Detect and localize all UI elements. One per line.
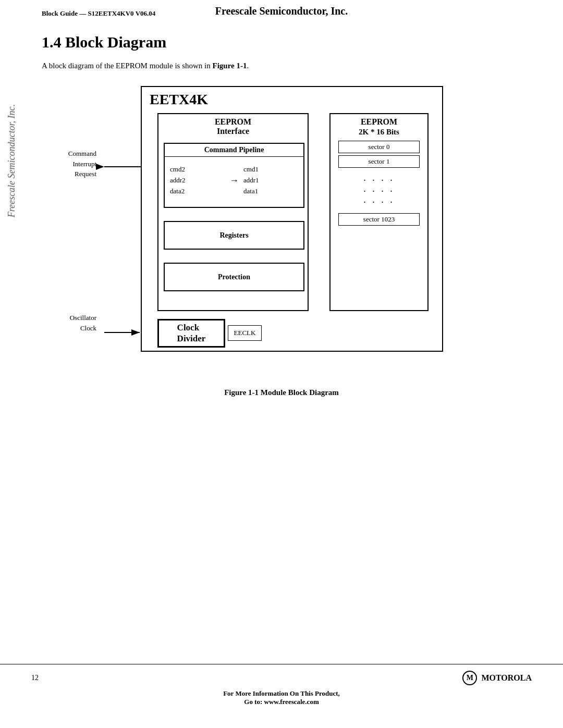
sector-1-box: sector 1 [338, 155, 420, 168]
eeprom-memory-box: EEPROM 2K * 16 Bits sector 0 sector 1 · … [329, 113, 429, 311]
motorola-label: MOTOROLA [481, 673, 532, 683]
protection-box: Protection [164, 263, 304, 291]
diagram-container: CommandInterruptRequest OscillatorClock … [42, 86, 521, 378]
diagram-wrapper: CommandInterruptRequest OscillatorClock … [99, 86, 464, 378]
eeprom-interface-title: EEPROM Interface [158, 114, 308, 139]
cmd-pipeline-title: Command Pipeline [165, 144, 303, 157]
intro-paragraph: A block diagram of the EEPROM module is … [42, 61, 521, 70]
motorola-circle-icon: M [462, 671, 477, 685]
eeclk-box: EECLK [228, 325, 262, 341]
footer-bottom: For More Information On This Product, Go… [31, 689, 532, 706]
cmd-pipeline-inner: cmd2addr2data2 → cmd1addr1data1 [165, 157, 303, 204]
pipeline-arrow: → [229, 175, 239, 186]
eetx4k-title: EETX4K [142, 87, 442, 108]
registers-box: Registers [164, 221, 304, 250]
page-footer: 12 M MOTOROLA For More Information On Th… [0, 664, 563, 712]
section-title: 1.4 Block Diagram [42, 33, 521, 51]
figure-caption: Figure 1-1 Module Block Diagram [42, 388, 521, 397]
cmd-col-left: cmd2addr2data2 [170, 164, 225, 196]
oscillator-clock-label: OscillatorClock [36, 313, 96, 333]
footer-line1: For More Information On This Product, [31, 689, 532, 698]
footer-page-number: 12 [31, 674, 39, 682]
command-pipeline-box: Command Pipeline cmd2addr2data2 → cmd1ad… [164, 143, 304, 208]
clock-divider-title: Clock Divider [175, 323, 209, 344]
brand-header: Freescale Semiconductor, Inc. [215, 5, 348, 17]
page-header: Block Guide — S12EETX4KV0 V06.04 Freesca… [0, 0, 563, 18]
sector-1023-box: sector 1023 [338, 213, 420, 226]
eeprom-memory-title: EEPROM [331, 114, 427, 128]
eeprom-memory-subtitle: 2K * 16 Bits [331, 128, 427, 141]
main-content: 1.4 Block Diagram A block diagram of the… [0, 18, 563, 423]
clock-divider-box: Clock Divider [157, 319, 225, 348]
sector-dots: · · · ·· · · ·· · · · [331, 170, 427, 213]
cmd-col-right: cmd1addr1data1 [243, 164, 298, 196]
footer-line2: Go to: www.freescale.com [31, 698, 532, 706]
command-interrupt-label: CommandInterruptRequest [36, 149, 96, 179]
eetx4k-box: EETX4K EEPROM Interface Command Pipeline… [141, 86, 443, 352]
footer-top: 12 M MOTOROLA [31, 671, 532, 685]
eeprom-interface-box: EEPROM Interface Command Pipeline cmd2ad… [157, 113, 309, 311]
sector-0-box: sector 0 [338, 141, 420, 153]
protection-title: Protection [218, 273, 250, 281]
sidebar-watermark: Freescale Semiconductor, Inc. [6, 104, 17, 217]
registers-title: Registers [219, 231, 248, 240]
motorola-logo: M MOTOROLA [462, 671, 532, 685]
